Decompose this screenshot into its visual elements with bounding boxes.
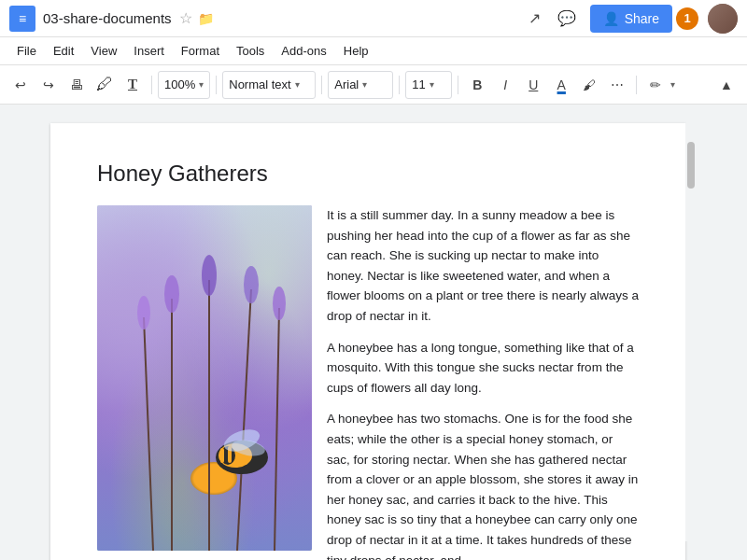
divider-6 [636,76,637,94]
text-color-button[interactable]: A [548,71,574,99]
menu-bar: File Edit View Insert Format Tools Add-o… [0,37,747,65]
chart-icon[interactable]: ↗ [521,5,549,33]
collapse-toolbar-button[interactable]: ▲ [713,71,740,99]
content-row: It is a still summer day. In a sunny mea… [97,205,639,560]
menu-addons[interactable]: Add-ons [274,40,333,62]
menu-file[interactable]: File [9,40,44,62]
highlight-icon: 🖌 [583,77,596,92]
menu-edit[interactable]: Edit [46,40,81,62]
svg-rect-13 [220,448,224,463]
document-title: 03-share-documents [43,10,172,26]
notification-badge: 1 [676,7,698,30]
share-button[interactable]: 👤 Share [590,5,672,33]
title-bar: 03-share-documents ☆ 📁 ↗ 💬 👤 Share 1 [0,0,747,37]
svg-point-5 [164,275,179,313]
redo-button[interactable]: ↪ [35,71,62,99]
paragraph-2: A honeybee has a long tongue, something … [327,338,639,399]
bold-button[interactable]: B [464,71,490,99]
avatar-image [708,4,738,34]
paragraph-1: It is a still summer day. In a sunny mea… [327,205,639,327]
document-image [97,205,312,551]
font-chevron: ▾ [362,79,367,90]
fontsize-select[interactable]: 11 ▾ [405,71,452,99]
font-label: Arial [334,77,359,91]
scrollbar-thumb[interactable] [687,142,695,189]
divider-1 [151,76,152,94]
avatar[interactable] [708,4,738,34]
menu-help[interactable]: Help [336,40,376,62]
divider-4 [399,76,400,94]
zoom-level: 100% [164,77,195,91]
document-area: Honey Gatherers [0,105,747,560]
docs-logo-icon [9,6,35,32]
menu-view[interactable]: View [83,40,124,62]
italic-button[interactable]: I [492,71,518,99]
text-column: It is a still summer day. In a sunny mea… [327,205,639,560]
fontsize-label: 11 [412,77,425,91]
svg-point-6 [202,255,217,296]
svg-point-9 [273,287,286,320]
highlight-button[interactable]: 🖌 [576,71,602,99]
paragraph-3: A honeybee has two stomachs. One is for … [327,409,639,560]
font-select[interactable]: Arial ▾ [328,71,393,99]
spell-check-icon[interactable]: T [120,71,146,99]
divider-5 [458,76,458,94]
undo-button[interactable]: ↩ [7,71,34,99]
document-heading: Honey Gatherers [97,161,639,187]
style-label: Normal text [229,77,290,91]
flower-svg [97,205,312,551]
style-chevron: ▾ [295,79,300,90]
menu-format[interactable]: Format [174,40,227,62]
scrollbar-track[interactable] [685,123,697,541]
svg-line-2 [144,317,153,551]
zoom-chevron: ▾ [199,79,204,90]
star-icon[interactable]: ☆ [179,9,192,27]
svg-point-8 [244,266,259,303]
edit-mode-chevron[interactable]: ▾ [670,79,675,90]
toolbar: ↩ ↪ 🖶 🖊 T 100% ▾ Normal text ▾ Arial ▾ 1… [0,65,747,105]
zoom-select[interactable]: 100% ▾ [158,71,210,99]
paint-format-button[interactable]: 🖊 [92,71,118,99]
svg-line-4 [275,308,279,551]
text-color-label: A [557,77,566,92]
document-page: Honey Gatherers [50,123,685,560]
svg-line-3 [237,289,251,551]
menu-tools[interactable]: Tools [229,40,272,62]
people-icon: 👤 [603,11,619,26]
share-label: Share [625,11,659,26]
divider-2 [216,76,217,94]
fontsize-chevron: ▾ [430,79,434,90]
divider-3 [321,76,322,94]
print-button[interactable]: 🖶 [63,71,90,99]
more-button[interactable]: ⋯ [604,71,630,99]
svg-point-7 [137,296,150,329]
folder-icon[interactable]: 📁 [198,11,214,26]
underline-button[interactable]: U [520,71,546,99]
style-select[interactable]: Normal text ▾ [222,71,316,99]
menu-insert[interactable]: Insert [126,40,172,62]
edit-mode-button[interactable]: ✏ [642,71,669,99]
comment-icon[interactable]: 💬 [553,5,581,33]
